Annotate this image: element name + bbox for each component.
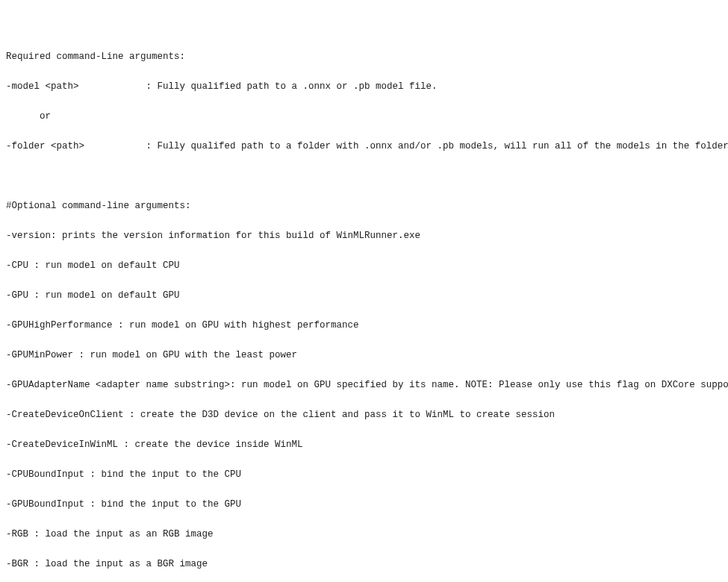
arg-folder: -folder <path> : Fully qualifed path to …	[6, 139, 728, 154]
required-heading: Required command-Line arguments:	[6, 49, 728, 64]
opt-line: -BGR : load the input as a BGR image	[6, 557, 728, 572]
opt-line: -GPUAdapterName <adapter name substring>…	[6, 378, 728, 392]
arg-model: -model <path> : Fully qualified path to …	[6, 79, 728, 94]
opt-line: -CreateDeviceOnClient : create the D3D d…	[6, 407, 728, 422]
opt-line: -CPU : run model on default CPU	[6, 258, 728, 273]
blank-line	[6, 169, 728, 184]
opt-line: -GPUHighPerformance : run model on GPU w…	[6, 318, 728, 333]
arg-or: or	[6, 109, 728, 124]
opt-line: -version: prints the version information…	[6, 228, 728, 243]
opt-line: -GPUBoundInput : bind the input to the G…	[6, 497, 728, 512]
opt-line: -CreateDeviceInWinML : create the device…	[6, 437, 728, 452]
optional-heading: #Optional command-line arguments:	[6, 198, 728, 213]
opt-line: -RGB : load the input as an RGB image	[6, 527, 728, 542]
opt-line: -GPU : run model on default GPU	[6, 288, 728, 303]
opt-line: -GPUMinPower : run model on GPU with the…	[6, 348, 728, 363]
opt-line: -CPUBoundInput : bind the input to the C…	[6, 467, 728, 482]
